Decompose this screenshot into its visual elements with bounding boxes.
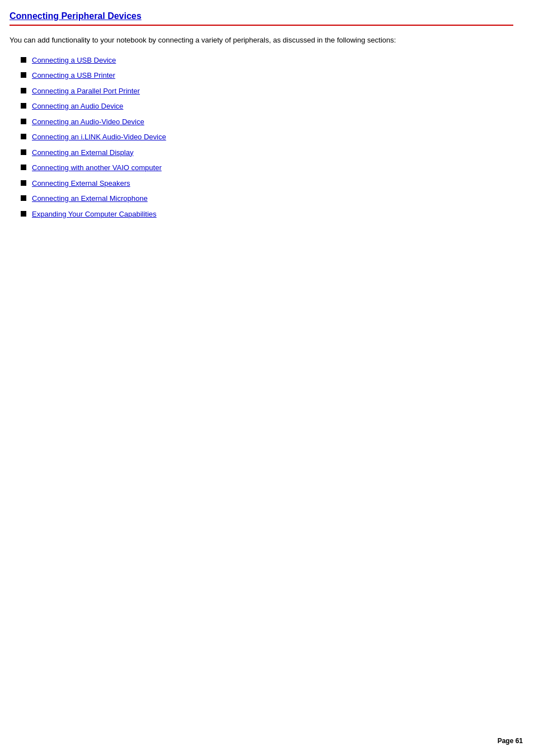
- link-audio-video-device[interactable]: Connecting an Audio-Video Device: [32, 116, 144, 128]
- list-item: Connecting an Audio Device: [21, 101, 513, 112]
- bullet-icon: [21, 72, 26, 78]
- link-list: Connecting a USB DeviceConnecting a USB …: [21, 55, 513, 220]
- bullet-icon: [21, 195, 26, 201]
- bullet-icon: [21, 165, 26, 170]
- list-item: Connecting External Speakers: [21, 178, 513, 189]
- list-item: Connecting with another VAIO computer: [21, 162, 513, 173]
- list-item: Connecting an i.LINK Audio-Video Device: [21, 132, 513, 143]
- page-number: Page 61: [498, 737, 523, 745]
- list-item: Expanding Your Computer Capabilities: [21, 209, 513, 220]
- page-title: Connecting Peripheral Devices: [10, 11, 513, 26]
- link-external-speakers[interactable]: Connecting External Speakers: [32, 178, 130, 189]
- link-ilink-audio-video[interactable]: Connecting an i.LINK Audio-Video Device: [32, 132, 166, 143]
- bullet-icon: [21, 211, 26, 217]
- link-audio-device[interactable]: Connecting an Audio Device: [32, 101, 123, 112]
- link-external-microphone[interactable]: Connecting an External Microphone: [32, 193, 148, 204]
- bullet-icon: [21, 180, 26, 186]
- bullet-icon: [21, 103, 26, 109]
- bullet-icon: [21, 88, 26, 93]
- link-another-vaio[interactable]: Connecting with another VAIO computer: [32, 162, 162, 173]
- page-container: Connecting Peripheral Devices You can ad…: [4, 0, 530, 257]
- list-item: Connecting an Audio-Video Device: [21, 116, 513, 128]
- list-item: Connecting an External Microphone: [21, 193, 513, 204]
- bullet-icon: [21, 149, 26, 155]
- list-item: Connecting a USB Printer: [21, 70, 513, 81]
- link-usb-device[interactable]: Connecting a USB Device: [32, 55, 116, 66]
- bullet-icon: [21, 134, 26, 139]
- intro-text: You can add functionality to your notebo…: [10, 35, 513, 46]
- link-expanding-capabilities[interactable]: Expanding Your Computer Capabilities: [32, 209, 157, 220]
- link-usb-printer[interactable]: Connecting a USB Printer: [32, 70, 115, 81]
- link-parallel-printer[interactable]: Connecting a Parallel Port Printer: [32, 86, 140, 97]
- list-item: Connecting an External Display: [21, 147, 513, 158]
- link-external-display[interactable]: Connecting an External Display: [32, 147, 133, 158]
- bullet-icon: [21, 119, 26, 124]
- list-item: Connecting a Parallel Port Printer: [21, 86, 513, 97]
- list-item: Connecting a USB Device: [21, 55, 513, 66]
- bullet-icon: [21, 57, 26, 63]
